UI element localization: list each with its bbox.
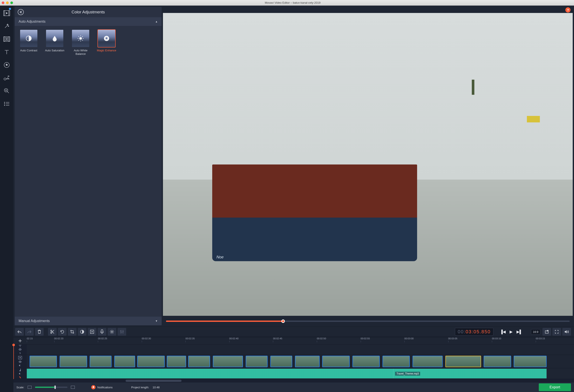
next-frame-button[interactable]: ▶▌ bbox=[516, 329, 522, 334]
callouts-tab[interactable] bbox=[1, 72, 12, 84]
video-clip[interactable] bbox=[246, 356, 267, 367]
video-clip[interactable] bbox=[167, 356, 186, 367]
aspect-ratio-selector[interactable]: 16:9 bbox=[531, 329, 540, 335]
video-clip[interactable] bbox=[484, 356, 511, 367]
scrollbar-thumb[interactable] bbox=[125, 380, 182, 382]
rotate-button[interactable] bbox=[58, 328, 67, 336]
fullscreen-button[interactable] bbox=[552, 328, 561, 336]
scale-slider[interactable] bbox=[35, 387, 67, 388]
svg-point-9 bbox=[4, 102, 5, 103]
stickers-tab[interactable] bbox=[1, 59, 12, 71]
crop-button[interactable] bbox=[68, 328, 77, 336]
notifications-button[interactable]: Notifications bbox=[91, 385, 113, 389]
delete-button[interactable] bbox=[35, 328, 44, 336]
video-clip[interactable] bbox=[90, 356, 112, 367]
svg-point-21 bbox=[120, 331, 121, 331]
audio-track-body[interactable]: Travel_Theme.mp3 bbox=[27, 368, 574, 379]
clip-settings-button[interactable] bbox=[108, 328, 116, 336]
video-clip[interactable] bbox=[270, 356, 292, 367]
magic-enhance-button[interactable]: Magic Enhance bbox=[96, 30, 117, 52]
link-icon[interactable] bbox=[19, 352, 22, 355]
auto-contrast-button[interactable]: Auto Contrast bbox=[19, 30, 39, 52]
export-button[interactable]: Export bbox=[539, 383, 571, 391]
volume-button[interactable] bbox=[562, 328, 571, 336]
video-clip[interactable] bbox=[295, 356, 320, 367]
audio-track-header bbox=[13, 368, 27, 379]
record-audio-button[interactable] bbox=[98, 328, 106, 336]
zoom-tab[interactable] bbox=[1, 85, 12, 97]
timecode-display[interactable]: 00: 03:05.850 bbox=[455, 328, 493, 336]
mic-icon bbox=[100, 329, 104, 334]
add-track-button[interactable] bbox=[13, 337, 27, 344]
prev-frame-button[interactable]: ▐◀ bbox=[500, 329, 506, 334]
panel-back-button[interactable] bbox=[18, 9, 24, 15]
preview-seekbar[interactable] bbox=[166, 320, 570, 322]
seek-knob[interactable] bbox=[281, 319, 285, 323]
video-clip[interactable] bbox=[412, 356, 443, 367]
minimize-window-button[interactable] bbox=[6, 1, 9, 4]
svg-rect-19 bbox=[101, 330, 103, 332]
zoom-out-icon[interactable] bbox=[28, 386, 32, 389]
contrast-circle-icon bbox=[80, 330, 84, 334]
text-track[interactable] bbox=[13, 344, 574, 355]
titles-tab[interactable] bbox=[1, 46, 12, 58]
undo-button[interactable] bbox=[15, 328, 24, 336]
audio-clip[interactable] bbox=[27, 369, 393, 378]
video-track[interactable] bbox=[13, 355, 574, 368]
media-tab[interactable] bbox=[1, 7, 12, 19]
video-clip[interactable] bbox=[60, 356, 87, 367]
preview-area: ? bbox=[163, 6, 574, 327]
equalizer-button[interactable] bbox=[118, 328, 126, 336]
video-clip[interactable] bbox=[213, 356, 243, 367]
video-preview[interactable] bbox=[163, 13, 573, 316]
ruler-tick: 00:03:15 bbox=[536, 337, 545, 340]
video-clip-selected[interactable] bbox=[445, 356, 481, 367]
audio-clip[interactable]: Travel_Theme.mp3 bbox=[393, 369, 547, 378]
popout-preview-button[interactable] bbox=[542, 328, 551, 336]
filmstrip-icon bbox=[18, 356, 22, 359]
auto-adjustments-section[interactable]: Auto Adjustments ▲ bbox=[15, 17, 162, 26]
video-clip[interactable] bbox=[322, 356, 350, 367]
video-clip[interactable] bbox=[114, 356, 135, 367]
crop-icon bbox=[70, 330, 74, 334]
color-button[interactable] bbox=[78, 328, 86, 336]
video-clip[interactable] bbox=[514, 356, 547, 367]
ruler-tick: 00:02:35 bbox=[185, 337, 195, 340]
manual-adjustments-section[interactable]: Manual Adjustments ▼ bbox=[15, 317, 162, 325]
redo-button[interactable] bbox=[25, 328, 34, 336]
speaker-icon[interactable] bbox=[19, 372, 22, 375]
play-button[interactable]: ▶ bbox=[510, 329, 513, 334]
zoom-window-button[interactable] bbox=[10, 1, 13, 4]
close-window-button[interactable] bbox=[2, 1, 4, 4]
svg-point-25 bbox=[20, 349, 20, 350]
auto-saturation-button[interactable]: Auto Saturation bbox=[44, 30, 65, 52]
eye-icon[interactable] bbox=[19, 360, 22, 363]
video-track-body[interactable] bbox=[27, 355, 574, 368]
video-clip[interactable] bbox=[383, 356, 410, 367]
video-clip[interactable] bbox=[137, 356, 165, 367]
ruler-tick: 00:02:55 bbox=[361, 337, 370, 340]
thumb-label: Auto Contrast bbox=[20, 49, 37, 52]
video-clip[interactable] bbox=[30, 356, 57, 367]
window-controls bbox=[2, 1, 13, 4]
eye-icon[interactable] bbox=[19, 348, 22, 351]
auto-white-balance-button[interactable]: Auto White Balance bbox=[70, 30, 91, 56]
audio-track[interactable]: Travel_Theme.mp3 bbox=[13, 368, 574, 379]
help-button[interactable]: ? bbox=[565, 7, 571, 13]
video-clip[interactable] bbox=[188, 356, 210, 367]
filters-tab[interactable] bbox=[1, 20, 12, 32]
more-tools-tab[interactable] bbox=[1, 98, 12, 110]
transitions-tab[interactable] bbox=[1, 33, 12, 45]
playhead[interactable] bbox=[13, 344, 14, 379]
time-ruler[interactable]: 02:15 00:02:20 00:02:25 00:02:30 00:02:3… bbox=[27, 337, 574, 344]
fullscreen-icon bbox=[555, 330, 559, 334]
edit-toolbar: 00: 03:05.850 ▐◀ ▶ ▶▌ 16:9 bbox=[13, 327, 574, 337]
clip-properties-button[interactable] bbox=[88, 328, 96, 336]
split-button[interactable] bbox=[48, 328, 57, 336]
timeline-scrollbar[interactable] bbox=[13, 379, 574, 382]
video-clip[interactable] bbox=[352, 356, 380, 367]
unlink-icon[interactable] bbox=[19, 376, 22, 379]
speaker-icon[interactable] bbox=[19, 364, 22, 367]
zoom-in-icon[interactable] bbox=[71, 386, 75, 389]
bell-icon bbox=[91, 385, 96, 389]
